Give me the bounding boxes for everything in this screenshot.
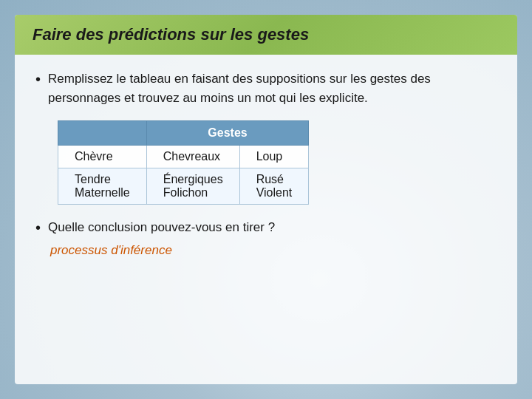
table-header-empty [58,121,147,146]
gestes-table: Gestes Chèvre Chevreaux Loup Tendre Mate… [58,120,309,205]
bullet-text-1: Remplissez le tableau en faisant des sup… [48,69,497,107]
table-row-1: Chèvre Chevreaux Loup [58,146,309,168]
table-cell-2-3: Rusé Violent [239,168,309,205]
table-cell-1-3: Loup [239,146,309,168]
slide-header: Faire des prédictions sur les gestes [15,15,517,55]
bullet-dot-2: • [35,219,41,236]
slide-container: Faire des prédictions sur les gestes • R… [15,15,517,384]
table-container: Gestes Chèvre Chevreaux Loup Tendre Mate… [58,120,497,205]
slide-title: Faire des prédictions sur les gestes [33,25,499,44]
table-cell-2-2: Énergiques Folichon [146,168,239,205]
bullet-item-1: • Remplissez le tableau en faisant des s… [35,69,497,107]
slide-body: • Remplissez le tableau en faisant des s… [15,55,517,384]
bullet-dot-1: • [35,71,41,88]
table-cell-1-2: Chevreaux [146,146,239,168]
table-cell-1-1: Chèvre [58,146,147,168]
table-row-2: Tendre Maternelle Énergiques Folichon Ru… [58,168,309,205]
table-header-gestes: Gestes [146,121,309,146]
bullet-item-2: • Quelle conclusion pouvez-vous en tirer… [35,218,497,237]
bullet-text-2: Quelle conclusion pouvez-vous en tirer ? [48,218,275,237]
inference-text: processus d'inférence [50,243,172,257]
inference-container: processus d'inférence [35,243,497,258]
table-cell-2-1: Tendre Maternelle [58,168,147,205]
